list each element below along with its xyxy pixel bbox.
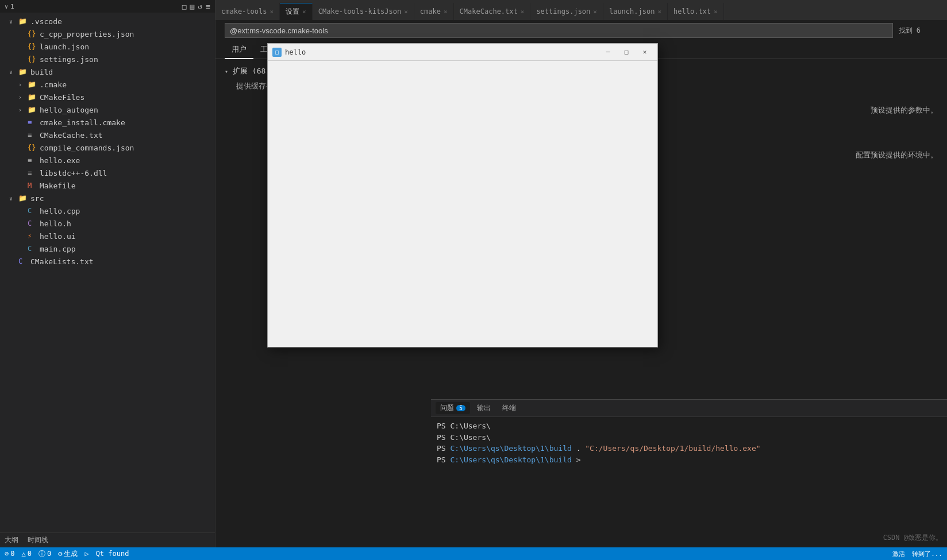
terminal-tab-terminal[interactable]: 终端 [498,402,521,414]
settings-search-input[interactable] [225,23,893,38]
tree-item-makefile[interactable]: M Makefile [0,179,215,192]
tree-item-hello-h[interactable]: C hello.h [0,217,215,230]
tree-item-hello-cpp[interactable]: C hello.cpp [0,204,215,217]
tab-cmakecache[interactable]: CMakeCache.txt × [454,3,531,20]
tab-launch-json[interactable]: launch.json × [603,3,668,20]
maximize-button[interactable]: □ [618,47,634,58]
tab-close-settings[interactable]: × [302,8,306,16]
tab-close-settings-json[interactable]: × [593,8,597,16]
refresh-icon[interactable]: ↺ [198,2,202,11]
status-bar: ⊘ 0 △ 0 ⓘ 0 ⚙ 生成 ▷ Qt found 激活 转到了... [0,547,947,560]
tree-label-cmake-install: cmake_install.cmake [40,118,215,127]
tree-item-vscode[interactable]: ∨ 📁 .vscode [0,15,215,28]
tree-label-hello-cpp: hello.cpp [40,207,215,215]
tab-cmake2[interactable]: cmake × [414,3,454,20]
json-icon-settings: {} [28,55,38,63]
tree-item-hello-exe[interactable]: ≡ hello.exe [0,154,215,167]
tree-label-cmakecache: CMakeCache.txt [40,131,215,140]
sidebar-collapse-arrow[interactable]: ∨ [5,3,8,10]
file-tree: ∨ 📁 .vscode {} c_cpp_properties.json {} … [0,13,215,270]
status-warnings[interactable]: △ 0 [21,550,31,558]
status-left: ⊘ 0 △ 0 ⓘ 0 ⚙ 生成 ▷ Qt found [5,549,129,559]
tree-label-build: build [30,68,215,76]
qt-found-label: Qt found [96,550,129,558]
tab-hello-txt[interactable]: hello.txt × [668,3,724,20]
status-errors[interactable]: ⊘ 0 [5,550,14,558]
tab-cmake-tools-json[interactable]: CMake-tools-kitsJson × [313,3,414,20]
tab-label-cmake-tools-json: CMake-tools-kitsJson [318,7,402,16]
tab-label-settings-json: settings.json [536,7,590,16]
tab-settings-json[interactable]: settings.json × [530,3,603,20]
outline-section[interactable]: 大纲 [5,535,18,545]
terminal-tab-output[interactable]: 输出 [472,402,495,414]
tab-cmake-tools[interactable]: cmake-tools × [215,3,280,20]
tree-label-makefile: Makefile [40,181,215,190]
status-qt-found[interactable]: Qt found [96,550,129,558]
terminal-tab-problems[interactable]: 问题 5 [436,402,470,414]
tree-label-compile-cmds: compile_commands.json [40,144,215,152]
tree-item-autogen[interactable]: › 📁 hello_autogen [0,103,215,116]
tree-item-cmakelists[interactable]: C CMakeLists.txt [0,255,215,268]
tree-item-compile-cmds[interactable]: {} compile_commands.json [0,141,215,154]
generate-label: 生成 [64,549,78,559]
tree-label-settings: settings.json [40,55,215,64]
close-button[interactable]: ✕ [637,47,653,58]
cmake-icon-install: ≡ [28,118,38,126]
tree-item-src[interactable]: ∨ 📁 src [0,192,215,204]
folder-icon-build: 📁 [18,68,29,76]
minimize-button[interactable]: ─ [600,47,616,58]
tab-close-cmake-json[interactable]: × [404,8,408,16]
tree-item-libstdc[interactable]: ≡ libstdc++-6.dll [0,167,215,179]
tree-item-main-cpp[interactable]: C main.cpp [0,242,215,255]
hello-window: □ hello ─ □ ✕ [267,43,658,347]
hello-window-body [268,61,657,347]
json-icon-compile: {} [28,144,38,152]
tab-label-cmake2: cmake [420,7,441,16]
status-run[interactable]: ▷ [84,550,88,558]
settings-tab-user[interactable]: 用户 [225,41,253,59]
tree-label-main-cpp: main.cpp [40,245,215,253]
problems-badge: 5 [456,405,465,411]
timeline-section[interactable]: 时间线 [28,535,48,545]
collapse-icon[interactable]: ≡ [206,2,210,11]
tree-item-launch[interactable]: {} launch.json [0,40,215,53]
tree-item-cmakefiles[interactable]: › 📁 CMakeFiles [0,91,215,103]
tree-item-build[interactable]: ∨ 📁 build [0,65,215,78]
txt-icon: ≡ [28,131,38,139]
tree-item-c-cpp[interactable]: {} c_cpp_properties.json [0,28,215,40]
new-file-icon[interactable]: □ [182,2,187,11]
tab-settings[interactable]: 设置 × [280,3,313,20]
new-folder-icon[interactable]: ▤ [190,2,195,11]
terminal-content: PS C:\Users\ PS C:\Users\ PS C:\Users\qs… [431,417,947,469]
tab-close-hello[interactable]: × [714,8,718,16]
tree-item-hello-ui[interactable]: ⚡ hello.ui [0,230,215,242]
folder-icon-cmakefiles: 📁 [28,93,38,101]
gear-icon: ⚙ [58,550,62,558]
status-generate[interactable]: ⚙ 生成 [58,549,78,559]
tab-close-cmake2[interactable]: × [444,8,448,16]
ext-expand-arrow[interactable]: ▾ [225,68,228,75]
status-right: 激活 转到了... [892,550,942,558]
activate-label[interactable]: 激活 [892,550,905,558]
goto-label[interactable]: 转到了... [912,550,942,558]
cpp-icon-main: C [28,245,38,253]
tab-close-launch[interactable]: × [657,8,661,16]
tree-item-settings[interactable]: {} settings.json [0,53,215,65]
tree-item-dotcmake[interactable]: › 📁 .cmake [0,78,215,91]
tab-close-cmake-tools[interactable]: × [270,8,274,16]
hello-app-icon: □ [272,48,282,57]
folder-icon-cmake: 📁 [28,80,38,88]
tab-close-cmakecache[interactable]: × [521,8,525,16]
warning-count: 0 [28,550,32,558]
tree-label-src: src [30,194,215,203]
exe-icon: ≡ [28,156,38,164]
h-icon: C [28,219,38,227]
terminal-tab-bar: 问题 5 输出 终端 [431,400,947,417]
tree-label-dotcmake: .cmake [40,80,215,89]
info-icon: ⓘ [39,549,45,559]
status-info[interactable]: ⓘ 0 [39,549,51,559]
tree-item-cmake-install[interactable]: ≡ cmake_install.cmake [0,116,215,129]
hello-window-title: hello [285,48,306,56]
tab-label-cmake-tools: cmake-tools [221,7,267,16]
tree-item-cmakecache[interactable]: ≡ CMakeCache.txt [0,129,215,141]
